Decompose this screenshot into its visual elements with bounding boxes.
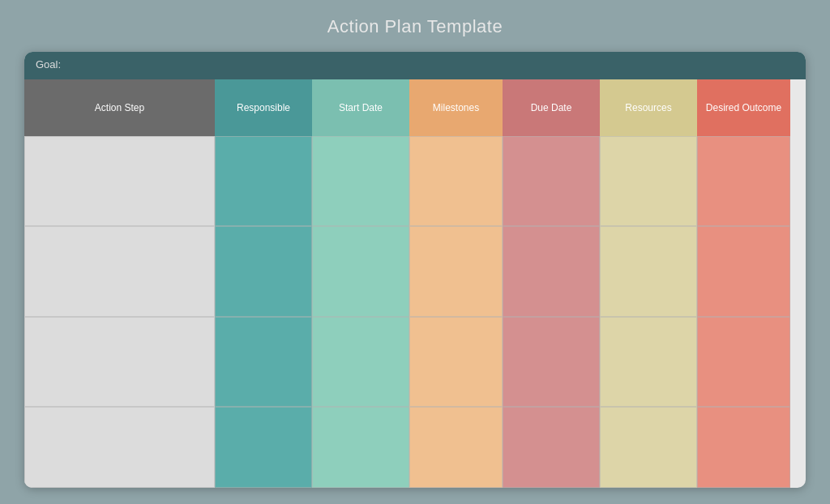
goal-label: Goal: [36, 58, 61, 70]
row1-duedate[interactable] [503, 136, 600, 227]
header-due-date: Due Date [503, 79, 600, 136]
page-title: Action Plan Template [327, 16, 503, 37]
row2-milestones[interactable] [409, 226, 503, 317]
row1-action[interactable] [24, 136, 215, 227]
row1-startdate[interactable] [312, 136, 409, 227]
row4-resources[interactable] [600, 407, 697, 488]
row3-milestones[interactable] [409, 317, 503, 408]
header-resources: Resources [600, 79, 697, 136]
row4-desired[interactable] [697, 407, 790, 488]
row1-milestones[interactable] [409, 136, 503, 227]
grid-table: Action Step Responsible Start Date Miles… [24, 79, 806, 488]
row1-responsible[interactable] [215, 136, 312, 227]
goal-bar: Goal: [24, 52, 806, 79]
row3-duedate[interactable] [503, 317, 600, 408]
header-milestones: Milestones [409, 79, 503, 136]
row4-action[interactable] [24, 407, 215, 488]
header-action-step: Action Step [24, 79, 215, 136]
row2-resources[interactable] [600, 226, 697, 317]
row3-responsible[interactable] [215, 317, 312, 408]
row2-duedate[interactable] [503, 226, 600, 317]
row3-startdate[interactable] [312, 317, 409, 408]
row4-duedate[interactable] [503, 407, 600, 488]
header-start-date: Start Date [312, 79, 409, 136]
row3-desired[interactable] [697, 317, 790, 408]
row2-responsible[interactable] [215, 226, 312, 317]
row4-responsible[interactable] [215, 407, 312, 488]
row1-desired[interactable] [697, 136, 790, 227]
row3-action[interactable] [24, 317, 215, 408]
page-wrapper: Action Plan Template Goal: Action Step R… [0, 0, 830, 504]
row2-startdate[interactable] [312, 226, 409, 317]
row2-action[interactable] [24, 226, 215, 317]
row4-milestones[interactable] [409, 407, 503, 488]
row2-desired[interactable] [697, 226, 790, 317]
row4-startdate[interactable] [312, 407, 409, 488]
row3-resources[interactable] [600, 317, 697, 408]
row1-resources[interactable] [600, 136, 697, 227]
header-desired-outcome: Desired Outcome [697, 79, 790, 136]
header-responsible: Responsible [215, 79, 312, 136]
table-container: Goal: Action Step Responsible Start Date… [24, 52, 806, 488]
